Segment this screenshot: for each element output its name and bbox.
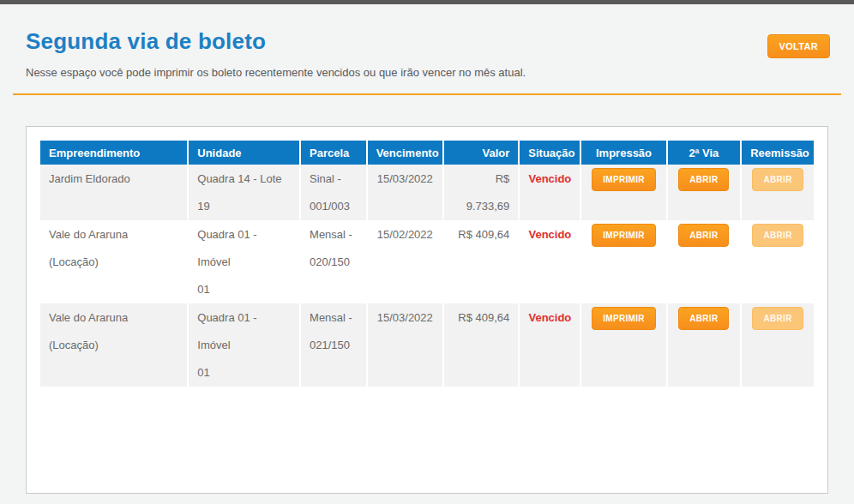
table-row: Vale do Araruna (Locação) Quadra 01 - Im… xyxy=(40,303,814,387)
abrir-reemissao-button: ABRIR xyxy=(752,224,803,247)
cell-parcela: Mensal - 021/150 xyxy=(300,303,367,387)
cell-impressao: IMPRIMIR xyxy=(580,165,666,220)
col-header-impressao: Impressão xyxy=(580,141,666,165)
cell-unidade: Quadra 01 - Imóvel 01 xyxy=(188,220,300,303)
col-header-vencimento: Vencimento xyxy=(367,141,443,165)
col-header-unidade: Unidade xyxy=(188,141,300,165)
page-subtitle: Nesse espaço você pode imprimir os bolet… xyxy=(26,66,828,79)
imprimir-button[interactable]: IMPRIMIR xyxy=(592,168,656,191)
table-row: Vale do Araruna (Locação) Quadra 01 - Im… xyxy=(40,220,814,303)
cell-vencimento: 15/03/2022 xyxy=(367,165,443,220)
cell-impressao: IMPRIMIR xyxy=(580,303,666,387)
status-badge: Vencido xyxy=(519,220,580,303)
cell-empreendimento: Vale do Araruna (Locação) xyxy=(40,303,188,387)
col-header-empreendimento: Empreendimento xyxy=(40,141,188,165)
cell-2via: ABRIR xyxy=(667,165,742,220)
cell-empreendimento: Jardim Eldorado xyxy=(40,165,188,220)
col-header-reemissao: Reemissão xyxy=(741,141,814,165)
cell-valor: R$ 409,64 xyxy=(443,303,519,387)
status-badge: Vencido xyxy=(519,165,580,220)
cell-2via: ABRIR xyxy=(667,220,742,303)
cell-reemissao: ABRIR xyxy=(741,303,814,387)
abrir-reemissao-button: ABRIR xyxy=(752,168,803,191)
cell-parcela: Sinal - 001/003 xyxy=(300,165,367,220)
cell-valor: R$ 409,64 xyxy=(443,220,519,303)
imprimir-button[interactable]: IMPRIMIR xyxy=(592,307,656,330)
cell-unidade: Quadra 14 - Lote 19 xyxy=(188,165,300,220)
orange-divider xyxy=(13,93,841,95)
cell-reemissao: ABRIR xyxy=(741,220,814,303)
table-row: Jardim Eldorado Quadra 14 - Lote 19 Sina… xyxy=(40,165,814,220)
cell-unidade: Quadra 01 - Imóvel 01 xyxy=(188,303,300,387)
cell-vencimento: 15/02/2022 xyxy=(367,220,443,303)
abrir-reemissao-button: ABRIR xyxy=(752,307,803,330)
abrir-2via-button[interactable]: ABRIR xyxy=(678,168,729,191)
cell-impressao: IMPRIMIR xyxy=(580,220,666,303)
cell-parcela: Mensal - 020/150 xyxy=(300,220,367,303)
col-header-2via: 2ª Via xyxy=(667,141,742,165)
col-header-situacao: Situação xyxy=(519,141,580,165)
boletos-card: Empreendimento Unidade Parcela Venciment… xyxy=(26,126,828,494)
cell-valor: R$ 9.733,69 xyxy=(443,165,519,220)
table-header-row: Empreendimento Unidade Parcela Venciment… xyxy=(40,141,814,165)
cell-2via: ABRIR xyxy=(667,303,742,387)
voltar-button[interactable]: VOLTAR xyxy=(767,34,830,58)
page-header: Segunda via de boleto VOLTAR xyxy=(0,4,854,58)
imprimir-button[interactable]: IMPRIMIR xyxy=(592,224,656,247)
abrir-2via-button[interactable]: ABRIR xyxy=(678,307,729,330)
cell-vencimento: 15/03/2022 xyxy=(367,303,443,387)
col-header-valor: Valor xyxy=(443,141,519,165)
abrir-2via-button[interactable]: ABRIR xyxy=(678,224,729,247)
cell-empreendimento: Vale do Araruna (Locação) xyxy=(40,220,188,303)
boletos-table: Empreendimento Unidade Parcela Venciment… xyxy=(40,141,814,387)
cell-reemissao: ABRIR xyxy=(741,165,814,220)
page-title: Segunda via de boleto xyxy=(26,28,266,55)
status-badge: Vencido xyxy=(519,303,580,387)
col-header-parcela: Parcela xyxy=(300,141,367,165)
